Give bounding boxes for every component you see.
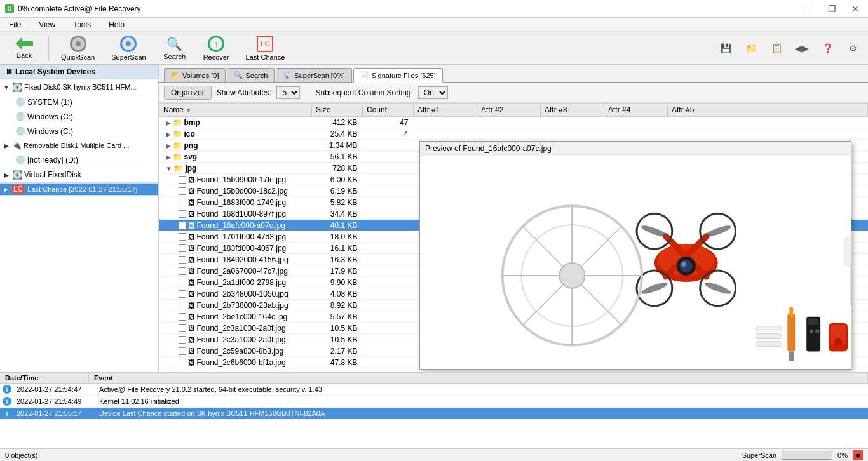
file-checkbox[interactable]: [179, 199, 186, 206]
superscan-label: SuperScan: [111, 53, 146, 61]
folder-expand-arrow: ▶: [166, 154, 171, 161]
expand-lastchance[interactable]: ►: [3, 185, 10, 193]
file-checkbox[interactable]: [179, 347, 186, 355]
col-attr2[interactable]: Attr #2: [477, 104, 541, 117]
table-row[interactable]: ▶📁bmp 412 KB 47: [159, 117, 868, 128]
menu-file[interactable]: File: [5, 19, 25, 30]
search-icon: 🔍: [166, 36, 184, 51]
close-button[interactable]: ✕: [848, 3, 863, 15]
tree-item-virtual[interactable]: ▶ 💽 Virtual FixedDisk: [0, 167, 158, 182]
file-checkbox[interactable]: [179, 210, 186, 218]
menu-tools[interactable]: Tools: [69, 19, 95, 30]
cell-count: [363, 345, 414, 357]
file-checkbox[interactable]: [179, 359, 186, 366]
file-checkbox[interactable]: [179, 256, 186, 264]
file-checkbox[interactable]: [179, 187, 186, 195]
file-row-icon: 🖼: [188, 359, 195, 366]
folder-expand-arrow: ▼: [166, 165, 172, 172]
tree-item-windows[interactable]: 💿 Windows (C:): [0, 109, 158, 124]
superscan-button[interactable]: SuperScan: [104, 34, 153, 62]
table-row[interactable]: ▶📁ico 25.4 KB 4: [159, 128, 868, 140]
local-devices-label: Local System Devices: [15, 67, 95, 76]
col-attr1[interactable]: Attr #1: [414, 104, 477, 117]
tab-signature[interactable]: 📄 Signature Files [625]: [353, 68, 443, 83]
folder-name: png: [184, 141, 198, 150]
toolbar-btn-save[interactable]: 💾: [715, 38, 736, 58]
tab-superscan[interactable]: 📡 SuperScan [0%]: [276, 68, 352, 82]
tab-search[interactable]: 🔍 Search: [227, 68, 275, 82]
menu-help[interactable]: Help: [105, 19, 128, 30]
lastchance-button[interactable]: LC Last Chance: [239, 34, 292, 62]
recover-button[interactable]: ↑ Recover: [196, 34, 236, 62]
preview-content: USER MANUAL RC: [420, 156, 851, 369]
menu-bar: File View Tools Help: [0, 18, 868, 32]
organizer-button[interactable]: Organizer: [164, 86, 212, 100]
lastchance-tree-label: Last Chance [2022-01-27 21:55:17]: [27, 185, 137, 193]
menu-view[interactable]: View: [35, 19, 59, 30]
search-button[interactable]: 🔍 Search: [156, 34, 194, 62]
preview-popup: Preview of Found_16afc000-a07c.jpg: [419, 141, 851, 370]
tree-item-lastchance[interactable]: ► LC Last Chance [2022-01-27 21:55:17]: [0, 182, 158, 196]
log-datetime: 2022-01-27 21:54:49: [14, 398, 97, 405]
log-row[interactable]: i 2022-01-27 21:54:47 Active@ File Recov…: [0, 384, 868, 396]
tree-item-notready[interactable]: 💿 [not ready] (D:): [0, 152, 158, 167]
toolbar-btn-nav-left[interactable]: ◀▶: [792, 38, 812, 58]
show-attr-select[interactable]: 5 1 2 3 4: [276, 86, 300, 99]
app-icon: 0: [5, 4, 14, 13]
back-button[interactable]: Back: [5, 34, 43, 62]
log-event-text: Kernel 11.02.16 initialized: [97, 398, 865, 405]
sorting-select[interactable]: On Off: [418, 86, 448, 99]
file-name: Found_2c6b6000-bf1a.jpg: [197, 358, 286, 367]
file-checkbox[interactable]: [179, 336, 186, 344]
col-attr4[interactable]: Attr #4: [604, 104, 668, 117]
toolbar-btn-open[interactable]: 📁: [741, 38, 761, 58]
tab-volumes[interactable]: 📂 Volumes [0]: [164, 68, 226, 82]
toolbar-btn-help[interactable]: ❓: [817, 38, 837, 58]
cell-name: ▶📁bmp: [159, 117, 312, 128]
log-row[interactable]: i 2022-01-27 21:54:49 Kernel 11.02.16 in…: [0, 396, 868, 408]
file-checkbox[interactable]: [179, 244, 186, 252]
svg-rect-28: [810, 329, 813, 333]
file-checkbox[interactable]: [179, 324, 186, 332]
right-panel: 📂 Volumes [0] 🔍 Search 📡 SuperScan [0%] …: [159, 65, 868, 372]
file-checkbox[interactable]: [179, 233, 186, 241]
file-checkbox[interactable]: [179, 290, 186, 298]
tree-item-winretools[interactable]: 💿 Windows (C:): [0, 124, 158, 138]
expand-disk0[interactable]: ▼: [3, 83, 10, 91]
status-bar-right: SuperScan 0% ■: [742, 450, 863, 460]
col-attr5[interactable]: Attr #5: [668, 104, 868, 117]
system-label: SYSTEM (1:): [27, 98, 72, 107]
file-checkbox[interactable]: [179, 267, 186, 275]
log-row[interactable]: i 2022-01-27 21:55:17 Device Last Chance…: [0, 408, 868, 420]
cell-attr3: [541, 117, 604, 128]
tree-item-system[interactable]: 💿 SYSTEM (1:): [0, 95, 158, 109]
cell-attr2: [477, 128, 541, 140]
stop-button[interactable]: ■: [853, 450, 863, 460]
title-bar: 0 0% complete Active@ File Recovery — ❐ …: [0, 0, 868, 18]
file-checkbox[interactable]: [179, 176, 186, 184]
toolbar-btn-log[interactable]: 📋: [766, 38, 787, 58]
file-checkbox[interactable]: [179, 302, 186, 309]
toolbar-btn-settings[interactable]: ⚙: [843, 38, 863, 58]
file-checkbox[interactable]: [179, 279, 186, 286]
cell-name: 🖼Found_1683f000-1749.jpg: [159, 197, 312, 208]
col-attr3[interactable]: Attr #3: [541, 104, 604, 117]
svg-rect-35: [756, 341, 781, 346]
col-name[interactable]: Name ▼: [159, 104, 312, 117]
folder-expand-arrow: ▶: [166, 131, 171, 138]
quickscan-button[interactable]: QuickScan: [54, 34, 102, 62]
file-name: Found_1683f000-1749.jpg: [197, 198, 287, 207]
tree-item-removable[interactable]: ▶ 🔌 Removable Disk1 Multiple Card ...: [0, 138, 158, 152]
tree-item-disk0[interactable]: ▼ 💽 Fixed Disk0 SK hynix BC511 HFM...: [0, 79, 158, 95]
cell-count: [363, 277, 414, 288]
minimize-button[interactable]: —: [800, 3, 817, 15]
file-checkbox[interactable]: [179, 313, 186, 321]
col-size[interactable]: Size: [312, 104, 363, 117]
expand-virtual[interactable]: ▶: [3, 171, 10, 178]
expand-removable[interactable]: ▶: [3, 142, 10, 149]
maximize-button[interactable]: ❐: [824, 3, 840, 15]
tab-bar: 📂 Volumes [0] 🔍 Search 📡 SuperScan [0%] …: [159, 65, 868, 83]
signature-tab-icon: 📄: [360, 71, 369, 79]
file-checkbox[interactable]: [179, 222, 186, 229]
col-count[interactable]: Count: [363, 104, 414, 117]
